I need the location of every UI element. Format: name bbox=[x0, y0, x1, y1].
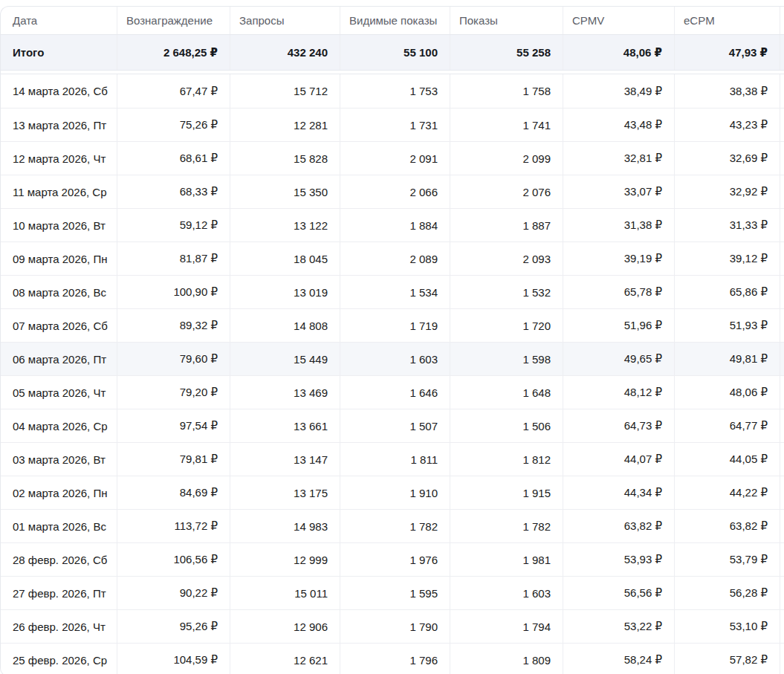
row-cell-cpmv: 58,24 ₽ bbox=[563, 643, 674, 674]
row-cell-requests: 15 350 bbox=[230, 175, 340, 208]
table-row[interactable]: 04 марта 2026, Ср97,54 ₽13 6611 5071 506… bbox=[1, 409, 784, 442]
row-cell-date: 28 февр. 2026, Сб bbox=[1, 542, 117, 576]
row-cell-shows: 2 093 bbox=[450, 242, 563, 275]
row-cell-visible_shows: 1 731 bbox=[340, 108, 450, 141]
row-cell-date: 05 марта 2026, Чт bbox=[1, 375, 117, 409]
table-row[interactable]: 11 марта 2026, Ср68,33 ₽15 3502 0662 076… bbox=[1, 175, 784, 208]
row-cell-shows: 1 915 bbox=[450, 476, 563, 509]
row-cell-shows: 1 532 bbox=[450, 275, 563, 308]
table-row[interactable]: 01 марта 2026, Вс113,72 ₽14 9831 7821 78… bbox=[1, 509, 784, 542]
column-header-cpmv[interactable]: CPMV bbox=[563, 7, 674, 34]
clipped-row-cell bbox=[780, 442, 784, 476]
row-cell-reward: 68,61 ₽ bbox=[117, 141, 230, 175]
table-row[interactable]: 27 февр. 2026, Пт90,22 ₽15 0111 5951 603… bbox=[1, 576, 784, 609]
column-header-ecpm[interactable]: eCPM bbox=[674, 7, 780, 34]
clipped-row-cell bbox=[780, 175, 784, 208]
row-cell-cpmv: 39,19 ₽ bbox=[563, 242, 674, 275]
row-cell-cpmv: 64,73 ₽ bbox=[563, 409, 674, 442]
table-row[interactable]: 08 марта 2026, Вс100,90 ₽13 0191 5341 53… bbox=[1, 275, 784, 308]
row-cell-cpmv: 53,22 ₽ bbox=[563, 609, 674, 643]
table-row[interactable]: 12 марта 2026, Чт68,61 ₽15 8282 0912 099… bbox=[1, 141, 784, 175]
row-cell-requests: 15 011 bbox=[230, 576, 340, 609]
clipped-column-header bbox=[780, 7, 784, 34]
row-cell-cpmv: 43,48 ₽ bbox=[563, 108, 674, 141]
row-cell-date: 01 марта 2026, Вс bbox=[1, 509, 117, 542]
table-row[interactable]: 25 февр. 2026, Ср104,59 ₽12 6211 7961 80… bbox=[1, 643, 784, 674]
column-header-visible_shows[interactable]: Видимые показы bbox=[340, 7, 450, 34]
row-cell-reward: 95,26 ₽ bbox=[117, 609, 230, 643]
table-row[interactable]: 13 марта 2026, Пт75,26 ₽12 2811 7311 741… bbox=[1, 108, 784, 141]
statistics-table: ДатаВознаграждениеЗапросыВидимые показыП… bbox=[0, 6, 784, 674]
row-cell-ecpm: 43,23 ₽ bbox=[674, 108, 780, 141]
row-cell-date: 27 февр. 2026, Пт bbox=[1, 576, 117, 609]
column-header-reward[interactable]: Вознаграждение bbox=[117, 7, 230, 34]
row-cell-requests: 12 621 bbox=[230, 643, 340, 674]
row-cell-date: 26 февр. 2026, Чт bbox=[1, 609, 117, 643]
clipped-row-cell bbox=[780, 409, 784, 442]
clipped-row-cell bbox=[780, 509, 784, 542]
row-cell-requests: 13 661 bbox=[230, 409, 340, 442]
row-cell-shows: 1 741 bbox=[450, 108, 563, 141]
table-row[interactable]: 14 марта 2026, Сб67,47 ₽15 7121 7531 758… bbox=[1, 74, 784, 108]
row-cell-reward: 100,90 ₽ bbox=[117, 275, 230, 308]
row-cell-requests: 12 906 bbox=[230, 609, 340, 643]
row-cell-reward: 68,33 ₽ bbox=[117, 175, 230, 208]
row-cell-shows: 1 981 bbox=[450, 542, 563, 576]
table-row[interactable]: 02 марта 2026, Пн84,69 ₽13 1751 9101 915… bbox=[1, 476, 784, 509]
totals-cell-reward: 2 648,25 ₽ bbox=[117, 35, 230, 70]
row-cell-ecpm: 38,38 ₽ bbox=[674, 74, 780, 108]
column-header-date[interactable]: Дата bbox=[1, 7, 117, 34]
row-cell-shows: 1 720 bbox=[450, 308, 563, 342]
row-cell-reward: 81,87 ₽ bbox=[117, 242, 230, 275]
table-body: 14 марта 2026, Сб67,47 ₽15 7121 7531 758… bbox=[1, 74, 784, 674]
table-row[interactable]: 10 марта 2026, Вт59,12 ₽13 1221 8841 887… bbox=[1, 208, 784, 242]
row-cell-requests: 13 147 bbox=[230, 442, 340, 476]
row-cell-visible_shows: 1 603 bbox=[340, 342, 450, 375]
row-cell-date: 07 марта 2026, Сб bbox=[1, 308, 117, 342]
row-cell-requests: 14 983 bbox=[230, 509, 340, 542]
row-cell-cpmv: 63,82 ₽ bbox=[563, 509, 674, 542]
row-cell-reward: 75,26 ₽ bbox=[117, 108, 230, 141]
row-cell-visible_shows: 2 066 bbox=[340, 175, 450, 208]
row-cell-requests: 12 281 bbox=[230, 108, 340, 141]
table-row[interactable]: 28 февр. 2026, Сб106,56 ₽12 9991 9761 98… bbox=[1, 542, 784, 576]
row-cell-visible_shows: 1 796 bbox=[340, 643, 450, 674]
row-cell-visible_shows: 1 753 bbox=[340, 74, 450, 108]
row-cell-visible_shows: 1 507 bbox=[340, 409, 450, 442]
clipped-row-cell bbox=[780, 275, 784, 308]
row-cell-date: 09 марта 2026, Пн bbox=[1, 242, 117, 275]
row-cell-shows: 2 076 bbox=[450, 175, 563, 208]
row-cell-ecpm: 32,69 ₽ bbox=[674, 141, 780, 175]
row-cell-date: 03 марта 2026, Вт bbox=[1, 442, 117, 476]
row-cell-ecpm: 64,77 ₽ bbox=[674, 409, 780, 442]
table-row[interactable]: 05 марта 2026, Чт79,20 ₽13 4691 6461 648… bbox=[1, 375, 784, 409]
table-row[interactable]: 03 марта 2026, Вт79,81 ₽13 1471 8111 812… bbox=[1, 442, 784, 476]
row-cell-cpmv: 38,49 ₽ bbox=[563, 74, 674, 108]
row-cell-ecpm: 56,28 ₽ bbox=[674, 576, 780, 609]
column-header-requests[interactable]: Запросы bbox=[230, 7, 340, 34]
row-cell-reward: 97,54 ₽ bbox=[117, 409, 230, 442]
column-header-shows[interactable]: Показы bbox=[450, 7, 563, 34]
table-row[interactable]: 07 марта 2026, Сб89,32 ₽14 8081 7191 720… bbox=[1, 308, 784, 342]
totals-cell-date: Итого bbox=[1, 35, 117, 70]
row-cell-cpmv: 44,07 ₽ bbox=[563, 442, 674, 476]
row-cell-cpmv: 31,38 ₽ bbox=[563, 208, 674, 242]
clipped-totals-cell bbox=[780, 35, 784, 70]
row-cell-ecpm: 53,79 ₽ bbox=[674, 542, 780, 576]
totals-cell-shows: 55 258 bbox=[450, 35, 563, 70]
row-cell-shows: 2 099 bbox=[450, 141, 563, 175]
row-cell-cpmv: 53,93 ₽ bbox=[563, 542, 674, 576]
row-cell-visible_shows: 1 976 bbox=[340, 542, 450, 576]
row-cell-visible_shows: 1 646 bbox=[340, 375, 450, 409]
table-row[interactable]: 09 марта 2026, Пн81,87 ₽18 0452 0892 093… bbox=[1, 242, 784, 275]
table-row[interactable]: 06 марта 2026, Пт79,60 ₽15 4491 6031 598… bbox=[1, 342, 784, 375]
table-row[interactable]: 26 февр. 2026, Чт95,26 ₽12 9061 7901 794… bbox=[1, 609, 784, 643]
row-cell-date: 06 марта 2026, Пт bbox=[1, 342, 117, 375]
row-cell-cpmv: 65,78 ₽ bbox=[563, 275, 674, 308]
row-cell-reward: 59,12 ₽ bbox=[117, 208, 230, 242]
row-cell-shows: 1 506 bbox=[450, 409, 563, 442]
row-cell-date: 11 марта 2026, Ср bbox=[1, 175, 117, 208]
row-cell-requests: 18 045 bbox=[230, 242, 340, 275]
row-cell-reward: 90,22 ₽ bbox=[117, 576, 230, 609]
row-cell-ecpm: 32,92 ₽ bbox=[674, 175, 780, 208]
